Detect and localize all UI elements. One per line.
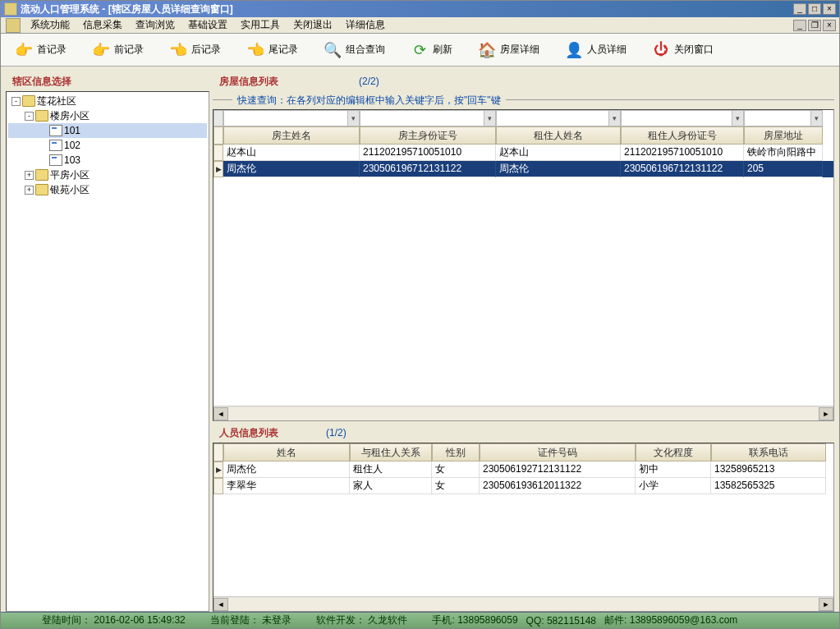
- maximize-button[interactable]: □: [808, 3, 821, 15]
- toolbar-首记录[interactable]: 👉首记录: [9, 39, 71, 62]
- mdi-close-button[interactable]: ×: [823, 20, 836, 31]
- house-header-4[interactable]: 房屋地址: [744, 126, 823, 145]
- filter-input-3[interactable]: ▾: [621, 110, 744, 126]
- dev-value: 久龙软件: [368, 614, 407, 626]
- filter-dropdown-icon[interactable]: ▾: [810, 111, 822, 126]
- tree-view[interactable]: -莲花社区-楼房小区101102103+平房小区+银苑小区: [6, 91, 209, 612]
- mail-value: 13895896059@163.com: [630, 614, 738, 626]
- login-time-label: 登陆时间：: [42, 614, 91, 626]
- house-header-2[interactable]: 租住人姓名: [496, 126, 621, 145]
- house-row[interactable]: 赵本山211202195710051010赵本山2112021957100510…: [213, 145, 833, 161]
- menu-item[interactable]: 基础设置: [181, 16, 234, 34]
- house-cell: 赵本山: [496, 145, 621, 161]
- tree-item-103[interactable]: 103: [8, 153, 207, 168]
- qq-label: QQ:: [526, 615, 544, 627]
- toolbar-label: 首记录: [37, 43, 67, 57]
- tree-item-101[interactable]: 101: [8, 123, 207, 138]
- house-hscroll[interactable]: ◄ ►: [213, 406, 833, 420]
- house-header-0[interactable]: 房主姓名: [223, 126, 360, 145]
- left-panel-title: 辖区信息选择: [6, 71, 209, 91]
- people-cell: 13258965213: [711, 461, 826, 478]
- app-icon: [4, 2, 17, 16]
- minimize-button[interactable]: _: [793, 3, 806, 15]
- people-cell: 周杰伦: [223, 461, 350, 478]
- filter-input-1[interactable]: ▾: [360, 110, 496, 126]
- toolbar-尾记录[interactable]: 👈尾记录: [241, 39, 303, 62]
- toolbar-房屋详细[interactable]: 🏠房屋详细: [472, 39, 544, 62]
- people-cell: 初中: [636, 461, 711, 478]
- people-row[interactable]: ▶周杰伦租住人女230506192712131122初中13258965213: [213, 461, 833, 478]
- filter-input-4[interactable]: ▾: [744, 110, 823, 126]
- people-header-2[interactable]: 性别: [432, 443, 480, 461]
- filter-dropdown-icon[interactable]: ▾: [347, 111, 359, 126]
- toolbar-label: 人员详细: [587, 43, 627, 57]
- people-header-5[interactable]: 联系电话: [711, 443, 826, 461]
- people-grid[interactable]: 姓名与租住人关系性别证件号码文化程度联系电话 ▶周杰伦租住人女230506192…: [213, 443, 834, 612]
- people-header-1[interactable]: 与租住人关系: [350, 443, 432, 461]
- tree-node-平房小区[interactable]: +平房小区: [8, 168, 207, 182]
- filter-input-0[interactable]: ▾: [223, 110, 360, 126]
- filter-dropdown-icon[interactable]: ▾: [608, 111, 620, 126]
- house-cell: 周杰伦: [496, 161, 621, 177]
- toolbar-关闭窗口[interactable]: ⏻关闭窗口: [646, 39, 718, 62]
- refresh-icon: ⟳: [410, 40, 429, 60]
- people-row[interactable]: 李翠华家人女230506193612011322小学13582565325: [213, 478, 833, 494]
- toolbar-label: 组合查询: [346, 43, 385, 57]
- toolbar-label: 关闭窗口: [674, 43, 714, 57]
- toolbar-前记录[interactable]: 👉前记录: [86, 39, 149, 62]
- people-cell: 230506193612011322: [480, 478, 636, 494]
- scroll-left-button[interactable]: ◄: [213, 407, 228, 420]
- toolbar-label: 后记录: [191, 43, 221, 57]
- people-cell: 女: [432, 478, 480, 494]
- statusbar: 登陆时间： 2016-02-06 15:49:32 当前登陆： 未登录 软件开发…: [1, 612, 839, 628]
- menu-item[interactable]: 查询浏览: [129, 16, 181, 34]
- mdi-restore-button[interactable]: ❐: [808, 20, 821, 31]
- house-header-3[interactable]: 租住人身份证号: [621, 126, 744, 145]
- people-hscroll[interactable]: ◄ ►: [213, 596, 833, 611]
- people-cell: 李翠华: [223, 478, 350, 494]
- menu-app-icon: [6, 18, 21, 33]
- toolbar-后记录[interactable]: 👈后记录: [163, 39, 226, 62]
- dev-label: 软件开发：: [316, 614, 365, 626]
- tree-item-102[interactable]: 102: [8, 138, 207, 153]
- toolbar-label: 前记录: [114, 43, 144, 57]
- scroll-left-button[interactable]: ◄: [213, 598, 228, 611]
- toolbar-人员详细[interactable]: 👤人员详细: [559, 39, 631, 62]
- window-title: 流动人口管理系统 - [辖区房屋人员详细查询窗口]: [21, 2, 793, 16]
- filter-dropdown-icon[interactable]: ▾: [732, 111, 743, 126]
- hand-right: 👉: [91, 40, 111, 60]
- hand-right: 👉: [14, 40, 34, 60]
- people-header-3[interactable]: 证件号码: [480, 443, 636, 461]
- people-header-0[interactable]: 姓名: [223, 443, 350, 461]
- house-icon: 🏠: [477, 40, 497, 60]
- house-row[interactable]: ▶周杰伦230506196712131122周杰伦230506196712131…: [213, 161, 833, 177]
- quick-search-label: 快速查询：在各列对应的编辑框中输入关键字后，按"回车"键: [232, 94, 506, 108]
- house-cell: 周杰伦: [223, 161, 360, 177]
- tree-root[interactable]: -莲花社区: [8, 94, 207, 108]
- scroll-right-button[interactable]: ►: [819, 407, 833, 420]
- current-login-value: 未登录: [262, 614, 291, 626]
- tree-node-楼房小区[interactable]: -楼房小区: [8, 108, 207, 123]
- house-cell: 230506196712131122: [621, 161, 744, 177]
- people-page-indicator: (1/2): [318, 427, 355, 438]
- scroll-right-button[interactable]: ►: [819, 598, 833, 611]
- people-header-4[interactable]: 文化程度: [636, 443, 711, 461]
- menu-item[interactable]: 信息采集: [76, 16, 129, 34]
- house-header-1[interactable]: 房主身份证号: [360, 126, 496, 145]
- menu-item[interactable]: 实用工具: [234, 16, 287, 34]
- mdi-minimize-button[interactable]: _: [793, 20, 806, 31]
- filter-input-2[interactable]: ▾: [496, 110, 621, 126]
- hand-left: 👈: [246, 40, 265, 60]
- menu-item[interactable]: 系统功能: [24, 16, 76, 34]
- menu-item[interactable]: 详细信息: [339, 16, 392, 34]
- toolbar-刷新[interactable]: ⟳刷新: [405, 39, 457, 62]
- house-grid[interactable]: ▾▾▾▾▾ 房主姓名房主身份证号租住人姓名租住人身份证号房屋地址 赵本山2112…: [213, 109, 834, 421]
- close-icon: ⏻: [651, 40, 671, 60]
- toolbar-组合查询[interactable]: 🔍组合查询: [318, 39, 390, 62]
- people-cell: 230506192712131122: [480, 461, 636, 478]
- menu-item[interactable]: 关闭退出: [287, 16, 339, 34]
- people-cell: 13582565325: [711, 478, 826, 494]
- filter-dropdown-icon[interactable]: ▾: [484, 111, 495, 126]
- tree-node-银苑小区[interactable]: +银苑小区: [8, 182, 207, 197]
- close-button[interactable]: ×: [823, 3, 836, 15]
